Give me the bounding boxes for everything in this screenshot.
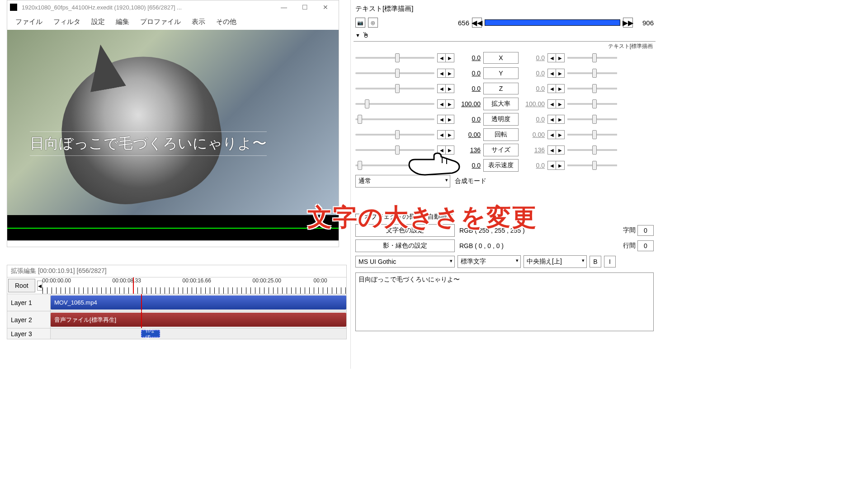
slider-right[interactable] — [567, 118, 617, 120]
value-right[interactable]: 0.0 — [521, 162, 545, 169]
seek-start-icon[interactable]: ◀◀ — [472, 18, 482, 28]
playhead[interactable] — [141, 311, 142, 328]
value-left[interactable]: 0.0 — [457, 54, 481, 61]
line-spacing-input[interactable]: 0 — [637, 240, 654, 251]
layer-track-2[interactable]: 音声ファイル[標準再生] — [51, 311, 346, 328]
step-buttons-left[interactable]: ◀▶ — [437, 84, 454, 93]
clip-audio[interactable]: 音声ファイル[標準再生] — [51, 313, 346, 327]
param-label[interactable]: 拡大率 — [483, 98, 519, 110]
menu-edit[interactable]: 編集 — [110, 16, 135, 28]
step-buttons-left[interactable]: ◀▶ — [437, 99, 454, 108]
slider-left[interactable] — [355, 88, 434, 89]
layer-label-3[interactable]: Layer 3 — [7, 328, 51, 339]
clip-video[interactable]: MOV_1065.mp4 — [51, 296, 346, 310]
step-buttons-right[interactable]: ◀▶ — [547, 99, 565, 108]
menubar: ファイル フィルタ 設定 編集 プロファイル 表示 その他 — [7, 14, 339, 30]
value-right[interactable]: 100.00 — [521, 100, 545, 108]
value-right[interactable]: 0.00 — [521, 131, 545, 138]
scrollbar-horizontal[interactable] — [7, 240, 339, 247]
char-spacing-input[interactable]: 0 — [637, 225, 654, 236]
preview-text-overlay[interactable]: 日向ぼっこで毛づくろいにゃりよ〜 — [30, 131, 267, 156]
step-buttons-right[interactable]: ◀▶ — [547, 115, 565, 124]
slider-right[interactable] — [567, 164, 617, 166]
preview-area[interactable]: 日向ぼっこで毛づくろいにゃりよ〜 — [7, 30, 339, 215]
value-right[interactable]: 0.0 — [521, 116, 545, 123]
property-panel: テキスト[標準描画] 📷 ◎ 656 ◀◀ ▶▶ 906 ▼🖱 テキスト[標準描… — [350, 0, 658, 369]
camera-icon[interactable]: 📷 — [355, 18, 365, 28]
value-left[interactable]: 0.00 — [457, 131, 481, 138]
step-buttons-right[interactable]: ◀▶ — [547, 53, 565, 62]
slider-right[interactable] — [567, 88, 617, 89]
scroll-left-icon[interactable]: ◂ — [37, 281, 42, 291]
playhead[interactable] — [141, 294, 142, 311]
step-buttons-left[interactable]: ◀▶ — [437, 130, 454, 139]
text-content-input[interactable]: 日向ぼっこで毛づくろいにゃりよ〜 — [355, 272, 654, 331]
clip-text[interactable]: 日なぼ — [141, 330, 160, 338]
value-right[interactable]: 0.0 — [521, 54, 545, 61]
playhead[interactable] — [133, 277, 134, 294]
menu-view[interactable]: 表示 — [186, 16, 211, 28]
param-row-回転: ◀▶ 0.00 回転 0.00 ◀▶ — [354, 127, 656, 142]
slider-right[interactable] — [567, 103, 617, 105]
italic-button[interactable]: I — [604, 256, 616, 267]
seek-end-icon[interactable]: ▶▶ — [623, 18, 633, 28]
timeline-ruler[interactable]: 00:00:00.00 00:00:08.33 00:00:16.66 00:0… — [42, 277, 346, 294]
bold-button[interactable]: B — [590, 256, 601, 267]
slider-left[interactable] — [355, 134, 434, 136]
slider-left[interactable] — [355, 118, 434, 120]
step-buttons-right[interactable]: ◀▶ — [547, 161, 565, 170]
titlebar[interactable]: 1920x1080_60fps_44100Hz.exedit (1920,108… — [7, 0, 339, 14]
slider-right[interactable] — [567, 134, 617, 136]
menu-filter[interactable]: フィルタ — [48, 16, 86, 28]
align-select[interactable]: 中央揃え[上] — [524, 255, 587, 268]
layer-label-1[interactable]: Layer 1 — [7, 294, 51, 311]
value-left[interactable]: 100.00 — [457, 100, 481, 108]
step-buttons-left[interactable]: ◀▶ — [437, 69, 454, 78]
menu-other[interactable]: その他 — [211, 16, 242, 28]
step-down-icon: ◀ — [548, 115, 556, 123]
shadow-color-button[interactable]: 影・縁色の設定 — [355, 239, 455, 252]
slider-left[interactable] — [355, 72, 434, 74]
param-label[interactable]: Y — [483, 67, 519, 79]
step-buttons-right[interactable]: ◀▶ — [547, 84, 565, 93]
param-label[interactable]: サイズ — [483, 144, 519, 156]
root-button[interactable]: Root — [8, 279, 35, 292]
value-left[interactable]: 0.0 — [457, 70, 481, 77]
maximize-button[interactable]: ☐ — [294, 0, 315, 14]
layer-track-1[interactable]: MOV_1065.mp4 — [51, 294, 346, 311]
slider-left[interactable] — [355, 103, 434, 105]
font-select[interactable]: MS UI Gothic — [355, 256, 455, 267]
param-label[interactable]: Z — [483, 83, 519, 94]
step-buttons-right[interactable]: ◀▶ — [547, 69, 565, 78]
close-button[interactable]: ✕ — [315, 0, 336, 14]
slider-right[interactable] — [567, 72, 617, 74]
layer-label-2[interactable]: Layer 2 — [7, 311, 51, 328]
slider-left[interactable] — [355, 57, 434, 59]
param-label[interactable]: X — [483, 52, 519, 64]
menu-file[interactable]: ファイル — [10, 16, 48, 28]
font-style-select[interactable]: 標準文字 — [458, 255, 521, 268]
menu-profile[interactable]: プロファイル — [135, 16, 186, 28]
slider-left[interactable] — [355, 149, 434, 151]
minimize-button[interactable]: — — [274, 0, 294, 14]
value-right[interactable]: 136 — [521, 146, 545, 154]
param-label[interactable]: 表示速度 — [483, 159, 519, 172]
step-buttons-left[interactable]: ◀▶ — [437, 115, 454, 124]
param-label[interactable]: 回転 — [483, 128, 519, 141]
frame-slider[interactable] — [485, 19, 620, 26]
slider-right[interactable] — [567, 57, 617, 59]
param-label[interactable]: 透明度 — [483, 113, 519, 126]
layer-track-3[interactable]: 日なぼ — [51, 328, 346, 339]
collapse-icon[interactable]: ▼ — [355, 33, 360, 38]
step-buttons-left[interactable]: ◀▶ — [437, 53, 454, 62]
mouse-icon[interactable]: 🖱 — [362, 31, 369, 39]
value-left[interactable]: 0.0 — [457, 116, 481, 123]
value-left[interactable]: 0.0 — [457, 85, 481, 92]
slider-right[interactable] — [567, 149, 617, 151]
value-right[interactable]: 0.0 — [521, 70, 545, 77]
value-right[interactable]: 0.0 — [521, 85, 545, 92]
step-buttons-right[interactable]: ◀▶ — [547, 145, 565, 155]
target-icon[interactable]: ◎ — [368, 18, 378, 28]
step-buttons-right[interactable]: ◀▶ — [547, 130, 565, 139]
menu-settings[interactable]: 設定 — [86, 16, 110, 28]
